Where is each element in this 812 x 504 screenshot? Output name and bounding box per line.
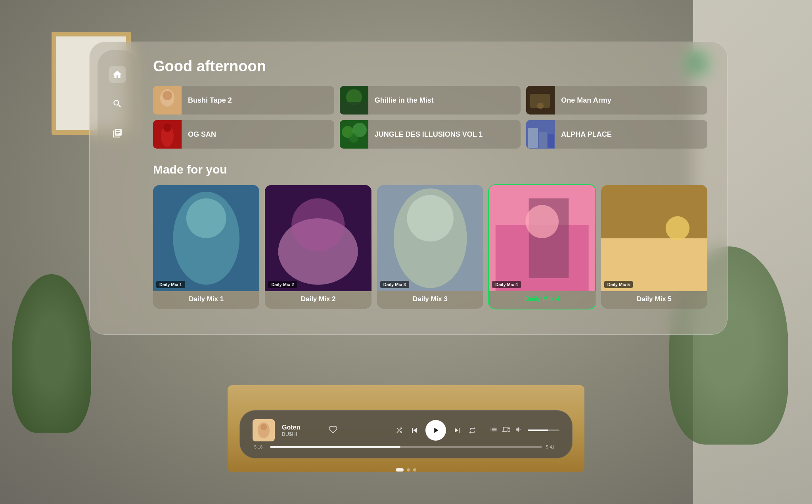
quick-item-og-san[interactable]: OG SAN	[153, 120, 334, 149]
content-area: Good afternoon Bushi Tape 2	[145, 42, 727, 334]
player-track-art	[253, 419, 275, 441]
svg-rect-18	[539, 132, 547, 148]
svg-point-22	[186, 199, 226, 239]
like-button[interactable]	[329, 425, 337, 436]
repeat-button[interactable]	[468, 426, 476, 434]
progress-row: 5:16 5:41	[253, 445, 559, 449]
art-one-man-army	[526, 86, 555, 115]
svg-rect-35	[601, 185, 707, 238]
daily-mix-3-title: Daily Mix 3	[377, 291, 483, 303]
queue-button[interactable]	[490, 426, 498, 435]
daily-mix-4-item[interactable]: Daily Mix 4 Daily Mix 4	[489, 185, 595, 309]
greeting-text: Good afternoon	[153, 58, 707, 75]
play-pause-button[interactable]	[425, 420, 446, 441]
sidebar-item-library[interactable]	[109, 124, 126, 142]
svg-point-36	[665, 216, 689, 240]
devices-button[interactable]	[502, 426, 510, 435]
main-container: Good afternoon Bushi Tape 2	[89, 42, 728, 335]
player-main-row: Goten BU$HI	[253, 419, 559, 441]
art-jungle	[340, 120, 368, 149]
daily-mix-5-title: Daily Mix 5	[601, 291, 707, 303]
quick-access-grid: Bushi Tape 2 Ghillie in the Mist	[153, 86, 707, 149]
svg-point-25	[292, 199, 345, 252]
daily-mix-1-title: Daily Mix 1	[153, 291, 259, 303]
daily-mix-3-art: Daily Mix 3	[377, 185, 483, 291]
svg-point-11	[163, 124, 171, 132]
page-dot-1[interactable]	[396, 468, 404, 472]
daily-mix-1-badge: Daily Mix 1	[156, 281, 185, 288]
daily-mix-5-badge: Daily Mix 5	[604, 281, 633, 288]
quick-item-title-bushi: Bushi Tape 2	[182, 96, 334, 105]
daily-mix-3-badge: Daily Mix 3	[380, 281, 409, 288]
sidebar-item-search[interactable]	[109, 95, 126, 113]
next-button[interactable]	[452, 426, 462, 435]
svg-point-28	[407, 195, 453, 241]
daily-mix-grid: Daily Mix 1 Daily Mix 1 Daily Mix 2	[153, 185, 707, 309]
svg-rect-19	[548, 134, 554, 148]
prev-button[interactable]	[410, 426, 419, 435]
svg-rect-17	[528, 128, 538, 148]
svg-rect-5	[340, 102, 368, 115]
quick-item-title-jungle: JUNGLE DES ILLUSIONS VOL 1	[368, 130, 521, 139]
player-controls	[395, 420, 476, 441]
sidebar-item-home[interactable]	[109, 66, 126, 83]
daily-mix-2-badge: Daily Mix 2	[268, 281, 297, 288]
player-artist-name: BU$HI	[282, 431, 322, 437]
svg-point-15	[349, 133, 358, 143]
player-track-name: Goten	[282, 424, 322, 431]
volume-button[interactable]	[515, 426, 523, 435]
time-current: 5:16	[254, 445, 266, 449]
svg-point-8	[537, 103, 544, 109]
quick-item-title-ghillie: Ghillie in the Mist	[368, 96, 521, 105]
quick-item-title-alpha: ALPHA PLACE	[555, 130, 707, 139]
quick-item-ghillie[interactable]: Ghillie in the Mist	[340, 86, 521, 115]
volume-fill	[528, 430, 548, 431]
daily-mix-5-item[interactable]: Daily Mix 5 Daily Mix 5	[601, 185, 707, 309]
svg-point-39	[260, 424, 267, 430]
art-alpha	[526, 120, 555, 149]
progress-bar[interactable]	[270, 446, 542, 448]
quick-item-alpha[interactable]: ALPHA PLACE	[526, 120, 707, 149]
page-dot-2[interactable]	[407, 468, 410, 472]
art-og-san	[153, 120, 182, 149]
daily-mix-1-item[interactable]: Daily Mix 1 Daily Mix 1	[153, 185, 259, 309]
art-bushi-tape-2	[153, 86, 182, 115]
player-track-info: Goten BU$HI	[282, 424, 322, 437]
daily-mix-2-item[interactable]: Daily Mix 2 Daily Mix 2	[265, 185, 371, 309]
art-ghillie	[340, 86, 368, 115]
shuffle-button[interactable]	[395, 426, 403, 434]
volume-slider[interactable]	[528, 430, 559, 431]
page-dots	[396, 468, 416, 472]
plant-left	[12, 274, 91, 433]
time-total: 5:41	[546, 445, 558, 449]
page-dot-3[interactable]	[413, 468, 416, 472]
daily-mix-1-art: Daily Mix 1	[153, 185, 259, 291]
quick-item-title-og-san: OG SAN	[182, 130, 334, 139]
made-for-you-header: Made for you	[153, 163, 707, 176]
svg-point-32	[525, 205, 559, 238]
sidebar	[98, 50, 137, 326]
progress-fill	[270, 446, 400, 448]
daily-mix-4-badge: Daily Mix 4	[492, 281, 521, 288]
quick-item-one-man-army[interactable]: One Man Army	[526, 86, 707, 115]
quick-item-bushi-tape-2[interactable]: Bushi Tape 2	[153, 86, 334, 115]
daily-mix-5-art: Daily Mix 5	[601, 185, 707, 291]
svg-point-2	[163, 91, 172, 100]
player-extras	[490, 426, 559, 435]
player-bar: Goten BU$HI	[239, 410, 573, 458]
quick-item-title-one-man-army: One Man Army	[555, 96, 707, 105]
daily-mix-3-item[interactable]: Daily Mix 3 Daily Mix 3	[377, 185, 483, 309]
daily-mix-2-art: Daily Mix 2	[265, 185, 371, 291]
quick-item-jungle[interactable]: JUNGLE DES ILLUSIONS VOL 1	[340, 120, 521, 149]
daily-mix-2-title: Daily Mix 2	[265, 291, 371, 303]
daily-mix-4-title: Daily Mix 4	[489, 291, 595, 303]
daily-mix-4-art: Daily Mix 4	[489, 185, 595, 291]
